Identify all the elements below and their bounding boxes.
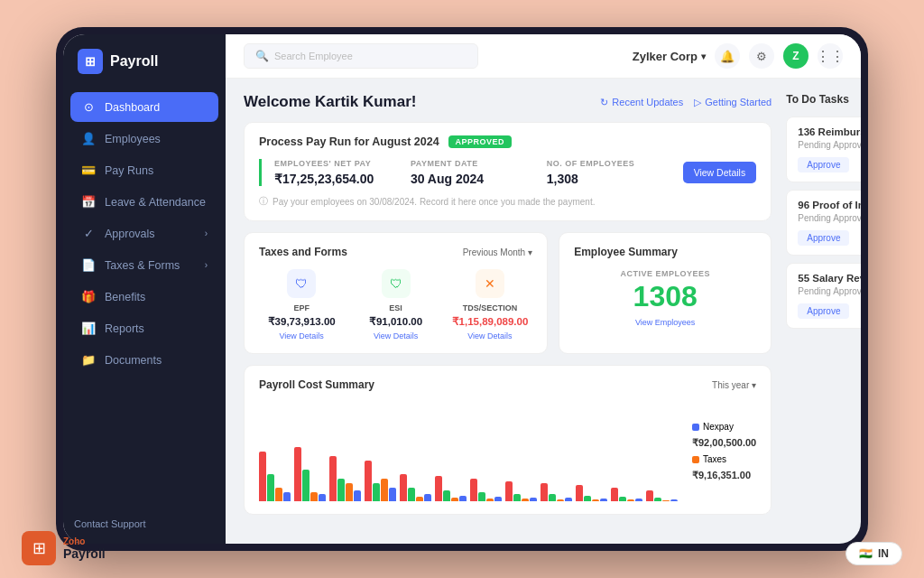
chart-bar-group (470, 479, 502, 501)
chevron-down-icon: ▾ (752, 380, 756, 390)
legend-taxes-label: Taxes (703, 454, 726, 464)
payrun-note-text: Pay your employees on 30/08/2024. Record… (273, 197, 595, 207)
sidebar-item-payruns[interactable]: 💳 Pay Runs (70, 155, 218, 185)
epf-name: EPF (259, 303, 344, 312)
play-icon: ▷ (694, 97, 701, 108)
view-details-button[interactable]: View Details (683, 162, 757, 183)
chart-bar-group (541, 483, 572, 501)
grid-icon[interactable]: ⋮⋮ (818, 43, 843, 69)
search-bar[interactable]: 🔍 Search Employee (244, 43, 478, 69)
getting-started-btn[interactable]: ▷ Getting Started (694, 97, 772, 108)
sidebar-item-label: Documents (105, 354, 162, 367)
epf-link[interactable]: View Details (259, 331, 344, 340)
todo-title: To Do Tasks (786, 93, 861, 106)
taxes-filter[interactable]: Previous Month ▾ (463, 247, 532, 257)
country-code: IN (878, 547, 889, 560)
chart-bar (494, 497, 502, 501)
contact-support[interactable]: Contact Support (63, 518, 226, 529)
payrun-header: Process Pay Run for August 2024 APPROVED (259, 135, 756, 148)
device-screen: ⊞ Payroll ⊙ Dashboard 👤 Employees 💳 Pay … (63, 34, 861, 544)
sidebar-item-reports[interactable]: 📊 Reports (70, 313, 218, 343)
sidebar-item-documents[interactable]: 📁 Documents (70, 345, 218, 375)
chart-bar (381, 479, 388, 501)
esi-link[interactable]: View Details (353, 331, 438, 340)
notifications-icon[interactable]: 🔔 (715, 43, 740, 69)
sidebar-item-label: Reports (105, 322, 144, 335)
chart-bar (513, 494, 521, 501)
tax-tds: ✕ TDS/SECTION ₹1,15,89,089.00 View Detai… (448, 269, 532, 340)
settings-icon[interactable]: ⚙ (749, 43, 774, 69)
tds-link[interactable]: View Details (448, 331, 532, 340)
esi-amount: ₹91,010.00 (353, 315, 438, 328)
cost-chart (259, 411, 678, 501)
taxes-card: Taxes and Forms Previous Month ▾ 🛡 EPF (244, 232, 548, 354)
chart-bar-group (646, 490, 678, 501)
leave-icon: 📅 (81, 195, 96, 209)
sidebar-item-approvals[interactable]: ✓ Approvals › (70, 219, 218, 248)
main-content: 🔍 Search Employee Zylker Corp ▾ 🔔 ⚙ Z ⋮⋮ (226, 34, 861, 544)
welcome-title: Welcome Kartik Kumar! (244, 93, 416, 111)
sidebar-item-employees[interactable]: 👤 Employees (70, 124, 218, 154)
taxes-card-header: Taxes and Forms Previous Month ▾ (259, 246, 532, 258)
chart-bar (557, 499, 564, 501)
chart-bar (522, 499, 529, 501)
avatar[interactable]: Z (783, 43, 808, 69)
sidebar-item-label: Dashboard (105, 101, 160, 114)
employee-count-stat: NO. OF EMPLOYEES 1,308 (547, 159, 683, 186)
approve-reimbursement-btn[interactable]: Approve (798, 157, 849, 172)
chart-bar-group (576, 485, 607, 501)
chart-bar (416, 497, 423, 501)
sidebar-item-dashboard[interactable]: ⊙ Dashboard (70, 92, 218, 122)
chart-bar (408, 488, 415, 501)
flag-icon: 🇮🇳 (859, 547, 873, 560)
chart-bar (346, 483, 353, 501)
chart-bar (294, 447, 301, 501)
payrun-title: Process Pay Run for August 2024 (259, 135, 439, 148)
emp-summary-title: Employee Summary (574, 246, 678, 258)
company-selector[interactable]: Zylker Corp ▾ (633, 50, 706, 63)
payrun-stats: EMPLOYEES' NET PAY ₹17,25,23,654.00 PAYM… (259, 159, 756, 186)
app-header: 🔍 Search Employee Zylker Corp ▾ 🔔 ⚙ Z ⋮⋮ (226, 34, 861, 79)
payment-date-label: PAYMENT DATE (411, 159, 547, 168)
payrun-card: Process Pay Run for August 2024 APPROVED… (244, 122, 772, 221)
chart-bar (443, 490, 450, 501)
recent-updates-btn[interactable]: ↻ Recent Updates (600, 97, 683, 108)
approvals-icon: ✓ (81, 227, 96, 240)
taxes-dot (692, 456, 699, 463)
sidebar-item-label: Approvals (105, 228, 155, 240)
zoho-label: Zoho (63, 536, 106, 546)
app-name: Payroll (110, 53, 158, 70)
chart-bar-group (611, 488, 642, 501)
taxes-title: Taxes and Forms (259, 246, 347, 258)
mid-row: Taxes and Forms Previous Month ▾ 🛡 EPF (244, 232, 772, 354)
sidebar-item-label: Taxes & Forms (105, 259, 180, 272)
taxes-filter-label: Previous Month (463, 247, 525, 257)
chart-bar (267, 474, 274, 501)
tds-amount: ₹1,15,89,089.00 (448, 315, 532, 328)
sidebar-item-benefits[interactable]: 🎁 Benefits (70, 282, 218, 312)
chart-bar (451, 498, 458, 501)
sidebar-item-taxes[interactable]: 📄 Taxes & Forms › (70, 250, 218, 280)
approve-salary-btn[interactable]: Approve (798, 303, 849, 319)
cost-filter[interactable]: This year ▾ (712, 380, 756, 390)
tax-esi: 🛡 ESI ₹91,010.00 View Details (353, 269, 438, 340)
chart-bar (565, 498, 572, 501)
salary-count: 55 Salary Revision(s) (798, 273, 861, 284)
chart-bar (662, 500, 670, 501)
approve-investment-btn[interactable]: Approve (798, 230, 849, 246)
legend-nexpay-label: Nexpay (703, 422, 734, 432)
documents-icon: 📁 (81, 353, 96, 367)
approved-badge: APPROVED (448, 135, 513, 148)
payroll-label: Payroll (63, 546, 106, 561)
view-employees-link[interactable]: View Employees (574, 318, 756, 327)
sidebar-item-leave[interactable]: 📅 Leave & Attendance (70, 187, 218, 217)
taxes-grid: 🛡 EPF ₹39,73,913.00 View Details 🛡 ESI ₹… (259, 269, 532, 340)
net-pay-value: ₹17,25,23,654.00 (274, 172, 411, 186)
chart-bar (627, 499, 634, 501)
chart-bar-group (365, 461, 396, 501)
employee-count-value: 1,308 (547, 172, 683, 186)
zoho-payroll-text: Zoho Payroll (63, 536, 106, 561)
chart-bar (310, 492, 318, 501)
chart-bar (541, 483, 548, 501)
sidebar-item-label: Leave & Attendance (105, 196, 206, 209)
